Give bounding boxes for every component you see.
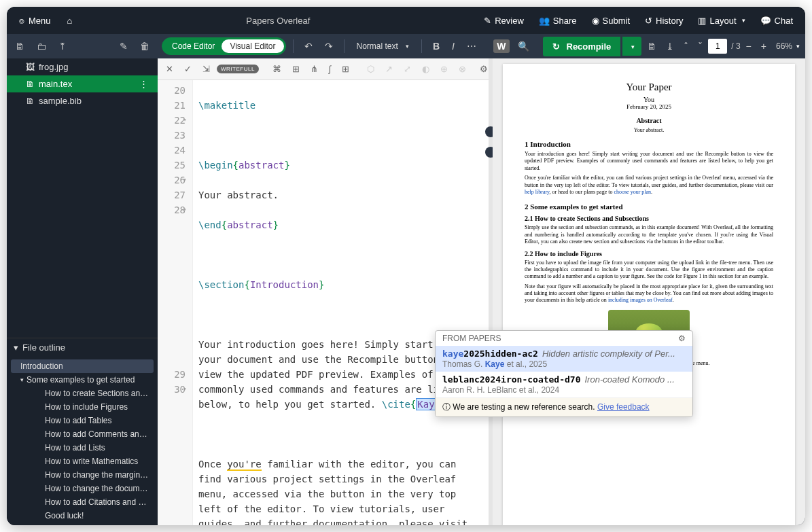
tool-icon[interactable]: ⤢ [400,62,415,76]
insert-math-icon[interactable]: ∫ [325,62,336,76]
outline-item[interactable]: How to add Tables [7,414,158,427]
file-tree-item[interactable]: 🗎sample.bib [7,92,158,109]
file-menu-button[interactable]: ⋮ [137,79,151,89]
redo-button[interactable]: ↷ [321,38,337,54]
submit-icon: ◉ [592,16,599,26]
insert-link-icon[interactable]: ⌘ [268,62,285,76]
file-outline-toggle[interactable]: ▾ File outline [7,338,158,357]
submit-button[interactable]: ◉Submit [585,12,637,30]
pdf-preview[interactable]: Your Paper You February 20, 2025 Abstrac… [493,58,805,525]
search-button[interactable]: 🔍 [514,38,533,54]
undo-button[interactable]: ↶ [300,38,317,54]
insert-ref-icon[interactable]: ⋔ [306,62,322,76]
outline-item[interactable]: How to include Figures [7,400,158,414]
new-folder-button[interactable]: 🗀 [33,38,50,54]
outline-item[interactable]: How to write Mathematics [7,455,158,468]
recompile-icon: ↻ [552,41,560,52]
tool-icon[interactable]: ⊕ [436,62,452,76]
file-icon: 🗎 [26,96,34,106]
outline-item[interactable]: How to change the margins... [7,468,158,482]
gear-icon[interactable]: ⚙ [678,334,686,343]
file-tree-item[interactable]: 🗎main.tex⋮ [7,75,158,92]
file-tree-item[interactable]: 🖼frog.jpg [7,58,158,75]
outline-item[interactable]: How to add Lists [7,441,158,455]
autocomplete-source-label: FROM PAPERS [442,334,501,343]
outline-item[interactable]: How to add Comments and ... [7,427,158,441]
line-gutter: 202122232425262728293031323334 [158,80,193,525]
outline-item[interactable]: How to add Citations and a ... [7,495,158,509]
upload-button[interactable]: ⤒ [54,38,71,54]
recompile-options-button[interactable]: ▾ [622,37,641,56]
history-button[interactable]: ↺History [638,12,690,30]
menu-label: Menu [29,16,51,26]
home-icon: ⌂ [67,16,73,26]
outline-item[interactable]: ▾Some examples to get started [7,373,158,387]
italic-button[interactable]: I [448,38,459,54]
layout-icon: ▥ [698,16,706,26]
pdf-page: Your Paper You February 20, 2025 Abstrac… [503,64,795,525]
editor-pane: ✕ ✓ ⇲ WRITEFULL ⌘ ⊞ ⋔ ∫ ⊞ ⬡ ↗ ⤢ ◐ ⊕ ⊗ ⚙ [158,58,489,525]
editor-toolbar-row: 🗎 🗀 ⤒ ✎ 🗑 Code Editor Visual Editor ↶ ↷ … [7,34,805,58]
chevron-down-icon: ▾ [20,376,24,383]
review-icon: ✎ [484,16,491,26]
page-number-input[interactable] [708,39,727,54]
tool-icon[interactable]: ⊗ [455,62,470,76]
outline-item[interactable]: Introduction [11,359,154,373]
more-format-button[interactable]: ⋯ [463,38,480,54]
review-button[interactable]: ✎Review [477,12,531,30]
bold-button[interactable]: B [429,38,444,54]
zoom-in-button[interactable]: + [757,38,771,54]
page-total: / 3 [731,41,740,51]
logs-button[interactable]: 🗎 [643,38,660,54]
next-page-button[interactable]: ˅ [694,38,707,54]
pdf-author: You [525,96,773,103]
new-file-button[interactable]: 🗎 [11,38,29,54]
text-style-dropdown[interactable]: Normal text ▾ [351,39,414,54]
recompile-button[interactable]: ↻ Recompile [543,37,621,56]
writefull-badge[interactable]: WRITEFULL [217,65,259,73]
expand-button[interactable]: ⇲ [198,62,214,76]
pdf-date: February 20, 2025 [525,103,773,110]
share-button[interactable]: 👥Share [532,12,584,30]
home-button[interactable]: ⌂ [60,12,80,30]
insert-table-icon[interactable]: ⊞ [338,62,353,76]
outline-item[interactable]: Good luck! [7,509,158,522]
zoom-out-button[interactable]: − [742,38,756,54]
tool-icon[interactable]: ◐ [418,62,434,76]
rename-button[interactable]: ✎ [116,38,132,54]
file-outline: Introduction ▾Some examples to get start… [7,357,158,525]
chevron-down-icon: ▾ [406,43,409,50]
chat-icon: 💬 [760,16,771,26]
tool-icon[interactable]: ⬡ [363,62,378,76]
image-icon: 🖼 [26,62,34,72]
file-icon: 🗎 [26,79,34,89]
project-title: Papers Overleaf [82,16,474,26]
give-feedback-link[interactable]: Give feedback [597,402,650,412]
code-editor[interactable]: 202122232425262728293031323334 \maketitl… [158,80,489,525]
editor-mode-toggle[interactable]: Code Editor Visual Editor [162,37,286,55]
outline-item[interactable]: How to change the docume... [7,482,158,495]
chevron-down-icon: ▾ [742,17,745,24]
pdf-title: Your Paper [525,82,773,93]
outline-item[interactable]: How to create Sections and ... [7,387,158,400]
tool-icon[interactable]: ↗ [381,62,397,76]
close-search-button[interactable]: ✕ [162,62,177,76]
share-icon: 👥 [539,16,550,26]
code-editor-tab[interactable]: Code Editor [171,39,222,53]
delete-button[interactable]: 🗑 [136,38,154,54]
download-button[interactable]: ⤓ [662,38,678,54]
layout-button[interactable]: ▥Layout▾ [691,12,752,30]
accept-button[interactable]: ✓ [180,62,196,76]
autocomplete-item[interactable]: kaye2025hidden-ac2Hidden artistic comple… [436,346,692,372]
zoom-level: 66% [776,41,792,51]
code-content[interactable]: \maketitle \begin{abstract} Your abstrac… [193,80,489,525]
insert-cite-icon[interactable]: ⊞ [288,62,304,76]
chevron-down-icon: ▾ [631,43,635,50]
chevron-down-icon[interactable]: ▾ [796,43,800,50]
menu-button[interactable]: ⌾ Menu [12,12,58,30]
visual-editor-tab[interactable]: Visual Editor [222,39,283,53]
writefull-button[interactable]: W [493,39,509,53]
autocomplete-item[interactable]: leblanc2024iron-coated-d70Iron-coated Ko… [436,372,692,397]
prev-page-button[interactable]: ˄ [679,38,692,54]
chat-button[interactable]: 💬Chat [754,12,800,30]
